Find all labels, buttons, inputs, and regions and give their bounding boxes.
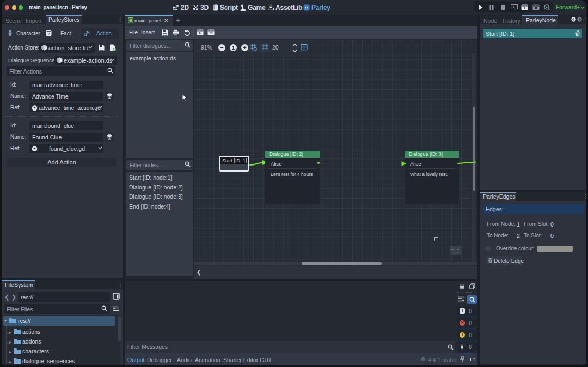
svg-text:?: ? xyxy=(47,32,50,36)
